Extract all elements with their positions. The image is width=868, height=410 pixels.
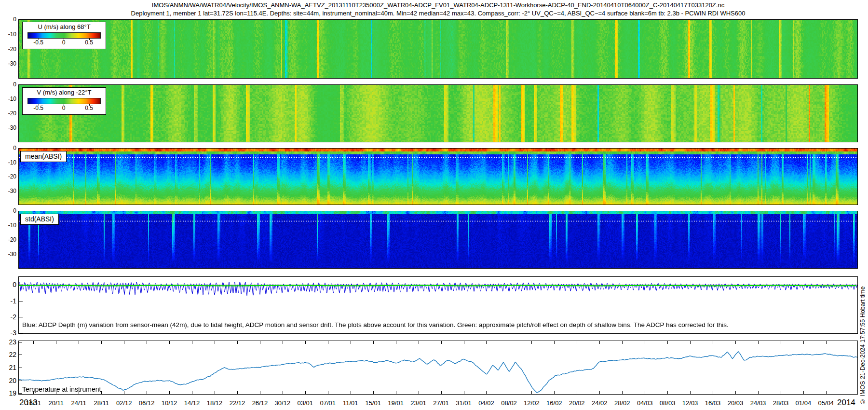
tick-mark	[283, 341, 283, 344]
x-tick-label: 10/12	[162, 399, 177, 407]
tick-mark	[237, 341, 238, 344]
y-tick-label: -30	[0, 60, 16, 67]
tick-mark	[645, 391, 645, 394]
u-velocity-heatmap-panel	[18, 19, 858, 79]
y-tick-label: 0	[0, 207, 16, 214]
tick-mark	[577, 391, 577, 394]
tick-mark	[192, 341, 192, 344]
tick-mark	[328, 341, 328, 344]
tick-mark	[396, 341, 396, 344]
x-tick-label: 22/12	[230, 399, 245, 407]
std-absi-heatmap	[19, 211, 857, 268]
tick-mark	[19, 355, 22, 355]
x-tick-label: 20/02	[569, 399, 585, 407]
temperature-line-panel	[18, 341, 858, 395]
tick-mark	[803, 341, 804, 344]
mean-absi-label: mean(ABSI)	[20, 151, 67, 162]
v-velocity-heatmap	[19, 85, 857, 142]
tick-mark	[826, 341, 827, 344]
x-tick-label: 11/01	[343, 399, 358, 407]
std-absi-label: std(ABSI)	[20, 214, 59, 225]
x-tick-label: 05/04	[818, 399, 834, 407]
x-tick-label: 23/01	[410, 399, 426, 407]
y-tick-label: -10	[0, 159, 16, 166]
tick-mark	[486, 391, 487, 394]
tick-mark	[169, 391, 170, 394]
tick-mark	[622, 391, 623, 394]
u-colorbar-tick-label: 0	[62, 39, 66, 46]
y-tick-label: 19	[0, 389, 16, 397]
figure-subtitle-deployment-info: Deployment 1, member 1 lat=31.72S lon=11…	[18, 10, 858, 17]
tick-mark	[101, 391, 102, 394]
tick-mark	[531, 341, 532, 344]
tick-mark	[622, 341, 623, 344]
y-tick-label: 0	[0, 145, 16, 151]
v-legend-title: V (m/s) along -22°T	[23, 89, 106, 96]
y-tick-label: -3	[0, 329, 16, 337]
x-tick-label: 24/11	[71, 399, 86, 407]
y-tick-label: -30	[0, 188, 16, 194]
tick-mark	[19, 317, 23, 317]
x-tick-label: 01/04	[796, 399, 812, 407]
tick-mark	[509, 341, 509, 344]
x-tick-label: 26/12	[252, 399, 268, 407]
tick-mark	[396, 391, 396, 394]
tick-mark	[713, 341, 713, 344]
tick-mark	[147, 391, 147, 394]
tick-mark	[19, 285, 23, 285]
tick-mark	[260, 391, 260, 394]
tick-mark	[351, 391, 351, 394]
tick-mark	[19, 393, 22, 394]
y-tick-label: -30	[0, 251, 16, 258]
x-tick-label: 14/12	[184, 399, 200, 407]
x-tick-label: 04/02	[478, 399, 494, 407]
x-tick-label: 16/11	[26, 399, 41, 407]
x-tick-label: 19/01	[388, 399, 404, 407]
tick-mark	[283, 391, 283, 394]
x-tick-label: 24/02	[592, 399, 608, 407]
y-tick-label: -20	[0, 46, 16, 53]
tick-mark	[554, 341, 555, 344]
y-tick-label: 0	[0, 16, 16, 23]
tick-mark	[101, 341, 102, 344]
x-tick-label: 06/12	[139, 399, 155, 407]
temperature-panel-label: Temperature at instrument	[22, 385, 101, 393]
tick-mark	[19, 381, 22, 381]
x-tick-label: 20/03	[728, 399, 744, 407]
tick-mark	[599, 391, 600, 394]
x-tick-label: 16/02	[546, 399, 562, 407]
tick-mark	[373, 391, 374, 394]
tick-mark	[464, 391, 464, 394]
tick-mark	[419, 391, 419, 394]
adcp-figure: IMOS/ANMN/WA/WATR04/Velocity/IMOS_ANMN-W…	[0, 0, 868, 410]
y-tick-label: 23	[0, 338, 16, 346]
tick-mark	[19, 333, 23, 333]
y-tick-label: -10	[0, 96, 16, 102]
v-colorbar-tick-label: 0	[62, 105, 66, 111]
x-tick-label: 31/01	[456, 399, 472, 407]
v-colorbar-tick-label: -0.5	[33, 105, 43, 111]
x-tick-label: 27/01	[433, 399, 449, 407]
tick-mark	[147, 341, 147, 344]
y-tick-label: 21	[0, 364, 16, 371]
tick-mark	[328, 391, 328, 394]
x-tick-label: 07/01	[320, 399, 336, 407]
tick-mark	[19, 342, 22, 342]
x-tick-label: 28/11	[94, 399, 109, 407]
y-tick-label: -20	[0, 110, 16, 117]
x-tick-label: 15/01	[365, 399, 381, 407]
tick-mark	[599, 341, 600, 344]
tick-mark	[735, 391, 736, 394]
v-colorbar-tick-label: 0.5	[85, 105, 93, 111]
tick-mark	[531, 391, 532, 394]
tick-mark	[554, 391, 555, 394]
tick-mark	[464, 341, 464, 344]
tick-mark	[19, 368, 22, 368]
tick-mark	[169, 341, 170, 344]
tick-mark	[781, 341, 781, 344]
x-tick-label: 18/12	[207, 399, 223, 407]
tick-mark	[803, 391, 804, 394]
x-tick-label: 04/03	[637, 399, 653, 407]
y-tick-label: -10	[0, 31, 16, 38]
tick-mark	[781, 391, 781, 394]
